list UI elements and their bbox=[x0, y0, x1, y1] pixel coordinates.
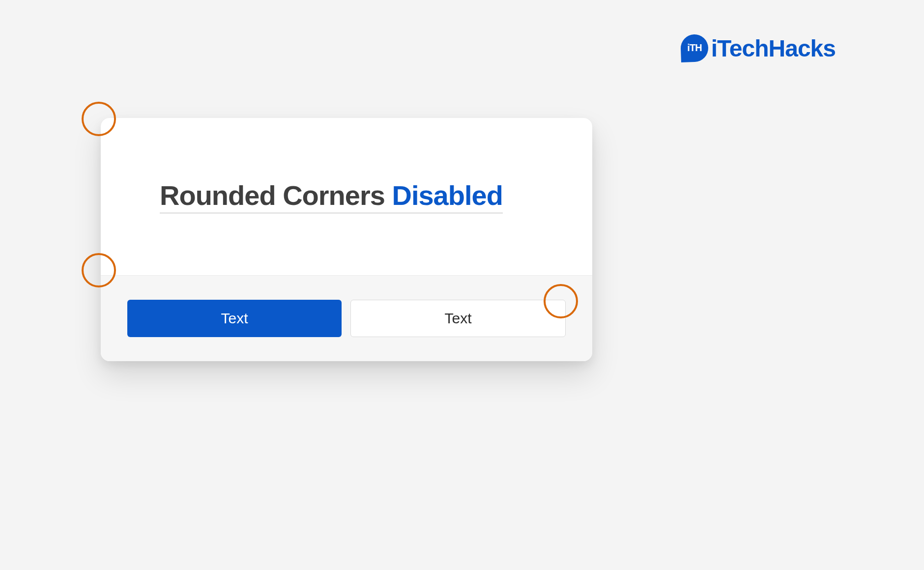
dialog-header: Rounded Corners Disabled bbox=[101, 118, 592, 275]
secondary-button[interactable]: Text bbox=[350, 300, 566, 337]
secondary-button-label: Text bbox=[444, 310, 471, 327]
brand-badge-icon bbox=[680, 34, 709, 62]
dialog-footer: Text Text bbox=[101, 275, 592, 361]
dialog-title-main: Rounded Corners bbox=[160, 180, 392, 211]
primary-button-label: Text bbox=[221, 310, 248, 327]
dialog-title: Rounded Corners Disabled bbox=[160, 179, 503, 214]
brand-watermark: iTechHacks bbox=[681, 34, 836, 62]
primary-button[interactable]: Text bbox=[127, 300, 342, 337]
dialog-title-accent: Disabled bbox=[392, 180, 502, 211]
brand-name: iTechHacks bbox=[711, 35, 836, 62]
example-dialog: Rounded Corners Disabled Text Text bbox=[101, 118, 592, 361]
